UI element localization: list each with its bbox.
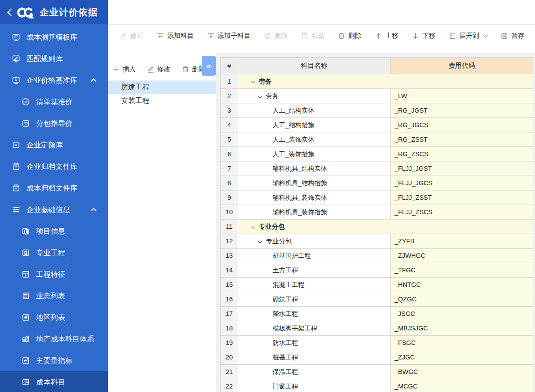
fee-code-cell[interactable]: _FSGC [391, 336, 533, 350]
subject-name-cell[interactable]: 混凝土工程 [238, 278, 391, 292]
catalog-item[interactable]: 房建工程 [108, 81, 216, 94]
back-icon[interactable] [4, 7, 16, 18]
caret-down-icon[interactable] [251, 79, 255, 84]
subject-name-cell[interactable]: 辅料机具_结构措施 [238, 176, 391, 191]
sidebar-item[interactable]: ¥企业定额库 [0, 134, 108, 156]
group-row-cell[interactable]: 劳务 [238, 74, 533, 89]
table-row[interactable]: 16砌筑工程_QZGC [221, 292, 533, 307]
fee-code-cell[interactable]: _BWGC [391, 365, 533, 379]
sidebar-item[interactable]: 企业归档文件库 [0, 156, 108, 177]
table-row[interactable]: 8辅料机具_结构措施_FLJJ_JGCS [221, 176, 533, 191]
group-row-cell[interactable]: 专业分包 [238, 220, 533, 234]
table-row[interactable]: 21保温工程_BWGC [221, 365, 533, 379]
sidebar-item[interactable]: 企业基础信息 [0, 199, 108, 220]
subject-name-cell[interactable]: 模板脚手架工程 [238, 321, 391, 336]
fee-code-cell[interactable]: _FLJJ_ZSCS [391, 205, 533, 220]
table-row[interactable]: 11专业分包 [221, 220, 533, 234]
fee-code-cell[interactable]: _FLJJ_JGCS [391, 176, 533, 191]
fee-code-cell[interactable]: _HNTGC [391, 278, 533, 292]
fee-code-cell[interactable]: _MCGC [391, 379, 533, 392]
insert-button[interactable]: 插入 [112, 65, 136, 73]
sidebar-item[interactable]: ¥清单基准价 [0, 91, 108, 113]
sidebar-item[interactable]: 业态列表 [0, 285, 108, 307]
fee-code-cell[interactable]: _RG_ZSST [391, 132, 533, 147]
table-row[interactable]: 9辅料机具_装饰实体_FLJJ_ZSST [221, 191, 533, 205]
sidebar-item[interactable]: 工程特征 [0, 264, 108, 285]
sidebar-item[interactable]: 匹配规则库 [0, 48, 108, 70]
table-row[interactable]: 1劳务 [221, 74, 533, 89]
move-down-button[interactable]: 下移 [412, 32, 435, 40]
table-row[interactable]: 5人工_装饰实体_RG_ZSST [221, 132, 533, 147]
table-row[interactable]: 6人工_装饰措施_RG_ZSCS [221, 147, 533, 161]
fee-code-cell[interactable]: _LW [391, 89, 533, 103]
subject-name-cell[interactable]: 辅料机具_结构实体 [238, 161, 391, 176]
subject-name-cell[interactable]: 人工_结构实体 [238, 103, 391, 118]
fee-code-cell[interactable]: _RG_JGST [391, 103, 533, 118]
fee-code-cell[interactable]: _RG_JGCS [391, 118, 533, 132]
sidebar-item[interactable]: 成本归档文件库 [0, 177, 108, 199]
sidebar-item[interactable]: 项目信息 [0, 220, 108, 242]
fee-code-cell[interactable]: _QZGC [391, 292, 533, 307]
fee-code-cell[interactable]: _JSGC [391, 307, 533, 321]
fee-code-cell[interactable]: _ZJGC [391, 350, 533, 365]
subject-name-cell[interactable]: 人工_装饰实体 [238, 132, 391, 147]
modify-button[interactable]: 修改 [147, 65, 170, 73]
subject-name-cell[interactable]: 辅料机具_装饰实体 [238, 191, 391, 205]
subject-name-cell[interactable]: 桩基围护工程 [238, 249, 391, 263]
table-row[interactable]: 19防水工程_FSGC [221, 336, 533, 350]
table-row[interactable]: 2劳务_LW [221, 89, 533, 103]
caret-down-icon[interactable] [258, 239, 262, 243]
add-child-subject-button[interactable]: 添加子科目 [207, 32, 251, 40]
subject-name-cell[interactable]: 防水工程 [238, 336, 391, 350]
fee-code-cell[interactable]: _FLJJ_JGST [391, 161, 533, 176]
table-row[interactable]: 18模板脚手架工程_MBJSJGC [221, 321, 533, 336]
table-row[interactable]: 7辅料机具_结构实体_FLJJ_JGST [221, 161, 533, 176]
table-row[interactable]: 15混凝土工程_HNTGC [221, 278, 533, 292]
subject-name-cell[interactable]: 砌筑工程 [238, 292, 391, 307]
sidebar-item[interactable]: ¥企业价格基准库 [0, 70, 108, 91]
subject-name-cell[interactable]: 门窗工程 [238, 379, 391, 392]
subject-name-cell[interactable]: 降水工程 [238, 307, 391, 321]
subject-name-cell[interactable]: 人工_结构措施 [238, 118, 391, 132]
cost-template-library-icon [11, 33, 20, 42]
move-up-button[interactable]: 上移 [375, 32, 398, 40]
subject-name-cell[interactable]: 辅料机具_装饰措施 [238, 205, 391, 220]
sidebar-item[interactable]: 成本测算模板库 [0, 26, 108, 48]
save-draft-button[interactable]: 暂存 [501, 32, 524, 40]
sidebar-item[interactable]: 专业工程 [0, 242, 108, 264]
table-row[interactable]: 3人工_结构实体_RG_JGST [221, 103, 533, 118]
sidebar-item[interactable]: 劳分包指导价 [0, 113, 108, 134]
sidebar-item[interactable]: 主要量指标 [0, 350, 108, 371]
subject-name-cell[interactable]: 土方工程 [238, 263, 391, 278]
fee-code-cell[interactable]: _RG_ZSCS [391, 147, 533, 161]
table-row[interactable]: 10辅料机具_装饰措施_FLJJ_ZSCS [221, 205, 533, 220]
fee-code-cell[interactable]: _FLJJ_ZSST [391, 191, 533, 205]
sidebar-item[interactable]: 地产成本科目体系 [0, 328, 108, 350]
fee-code-cell[interactable]: _MBJSJGC [391, 321, 533, 336]
add-subject-button[interactable]: 添加科目 [157, 32, 194, 40]
caret-down-icon[interactable] [251, 224, 255, 229]
table-row[interactable]: 17降水工程_JSGC [221, 307, 533, 321]
fee-code-cell[interactable]: _ZJWHGC [391, 249, 533, 263]
delete-button[interactable]: 删除 [338, 32, 362, 40]
sidebar-item[interactable]: 成本科目 [0, 371, 108, 392]
subject-name-cell[interactable]: 专业分包 [238, 234, 391, 249]
table-row[interactable]: 20桩基工程_ZJGC [221, 350, 533, 365]
table-row[interactable]: 4人工_结构措施_RG_JGCS [221, 118, 533, 132]
subject-name-cell[interactable]: 保温工程 [238, 365, 391, 379]
fee-code-cell[interactable]: _ZYFB [391, 234, 533, 249]
table-row[interactable]: 12专业分包_ZYFB [221, 234, 533, 249]
table-row[interactable]: 13桩基围护工程_ZJWHGC [221, 249, 533, 263]
table-row[interactable]: 22门窗工程_MCGC [221, 379, 533, 392]
caret-down-icon[interactable] [258, 94, 262, 98]
expand-to-button[interactable]: 展开到 [449, 32, 487, 40]
catalog-item[interactable]: 安装工程 [108, 94, 216, 108]
fee-code-cell[interactable]: _TFGC [391, 263, 533, 278]
table-row[interactable]: 14土方工程_TFGC [221, 263, 533, 278]
collapse-panel-button[interactable]: « [202, 56, 216, 76]
sidebar-item[interactable]: 地区列表 [0, 307, 108, 328]
subject-name-cell[interactable]: 劳务 [238, 89, 391, 103]
subject-name: 辅料机具_装饰措施 [273, 209, 327, 216]
subject-name-cell[interactable]: 桩基工程 [238, 350, 391, 365]
subject-name-cell[interactable]: 人工_装饰措施 [238, 147, 391, 161]
